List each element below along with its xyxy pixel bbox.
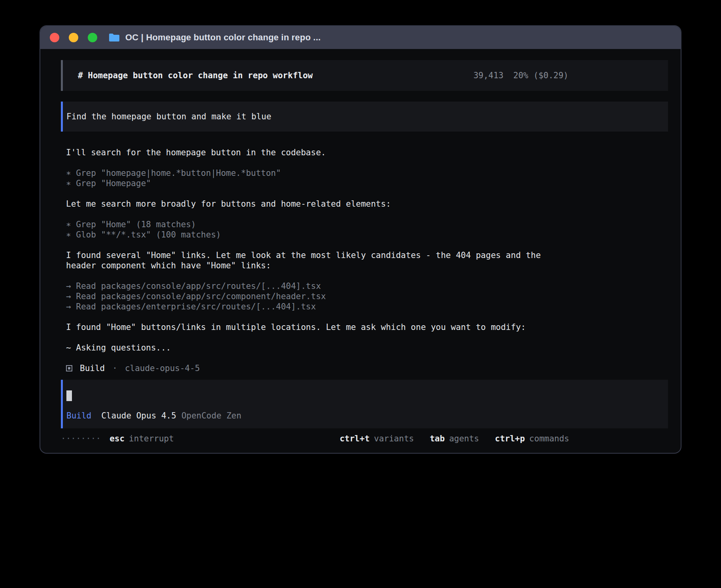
user-message-text: Find the homepage button and make it blu… bbox=[66, 112, 271, 121]
tool-call-read: → Read packages/console/app/src/componen… bbox=[66, 291, 668, 302]
assistant-text: Let me search more broadly for buttons a… bbox=[66, 199, 564, 209]
shortcut-label: agents bbox=[449, 434, 479, 443]
zoom-button[interactable] bbox=[88, 33, 97, 42]
square-in-square-icon bbox=[66, 365, 72, 371]
shortcut-agents: tab agents bbox=[430, 434, 479, 443]
shortcut-hints: ctrl+t variants tab agents ctrl+p comman… bbox=[340, 434, 569, 443]
session-cost: ($0.29) bbox=[533, 71, 568, 80]
shortcut-label: commands bbox=[529, 434, 569, 443]
user-message: Find the homepage button and make it blu… bbox=[61, 102, 668, 132]
terminal-content: # Homepage button color change in repo w… bbox=[40, 49, 681, 444]
shortcut-commands: ctrl+p commands bbox=[495, 434, 569, 443]
assistant-text: I found "Home" buttons/links in multiple… bbox=[66, 322, 564, 332]
tool-call-grep: ∗ Grep "Homepage" bbox=[66, 178, 668, 188]
window-title: OC | Homepage button color change in rep… bbox=[125, 32, 321, 43]
statusbar: ········ esc interrupt ctrl+t variants t… bbox=[61, 433, 668, 444]
shortcut-key: esc bbox=[109, 434, 125, 443]
tool-call-read: → Read packages/enterprise/src/routes/[.… bbox=[66, 302, 668, 312]
assistant-status-text: ~ Asking questions... bbox=[66, 343, 564, 353]
shortcut-label: variants bbox=[374, 434, 414, 443]
terminal-window: OC | Homepage button color change in rep… bbox=[40, 25, 681, 454]
text-cursor bbox=[66, 390, 72, 401]
shortcut-key: tab bbox=[430, 434, 445, 443]
session-header: # Homepage button color change in repo w… bbox=[61, 60, 668, 91]
folder-icon bbox=[108, 33, 120, 42]
model-row: Build Claude Opus 4.5 OpenCode Zen bbox=[66, 411, 668, 420]
shortcut-interrupt: esc interrupt bbox=[109, 434, 174, 443]
assistant-text: I found several "Home" links. Let me loo… bbox=[66, 250, 564, 271]
agent-separator: · bbox=[112, 363, 117, 373]
prompt-input[interactable]: Build Claude Opus 4.5 OpenCode Zen bbox=[61, 380, 668, 428]
titlebar[interactable]: OC | Homepage button color change in rep… bbox=[40, 26, 681, 49]
tool-call-read: → Read packages/console/app/src/routes/[… bbox=[66, 281, 668, 291]
shortcut-key: ctrl+p bbox=[495, 434, 525, 443]
model-name[interactable]: Claude Opus 4.5 bbox=[101, 411, 176, 420]
traffic-lights bbox=[50, 33, 97, 42]
spinner-dots: ········ bbox=[61, 434, 101, 443]
shortcut-key: ctrl+t bbox=[340, 434, 370, 443]
assistant-transcript: I'll search for the homepage button in t… bbox=[61, 147, 668, 373]
tool-call-group: → Read packages/console/app/src/routes/[… bbox=[66, 281, 668, 312]
shortcut-label: interrupt bbox=[129, 434, 174, 443]
agent-name: Build bbox=[80, 363, 105, 373]
context-percent: 20% bbox=[513, 71, 528, 80]
tool-call-grep: ∗ Grep "homepage|home.*button|Home.*butt… bbox=[66, 168, 668, 178]
agent-mode-label[interactable]: Build bbox=[66, 411, 91, 420]
agent-model: claude-opus-4-5 bbox=[125, 363, 200, 373]
tool-call-glob: ∗ Glob "**/*.tsx" (100 matches) bbox=[66, 230, 668, 240]
shortcut-variants: ctrl+t variants bbox=[340, 434, 414, 443]
model-provider: OpenCode Zen bbox=[181, 411, 242, 420]
tool-call-grep: ∗ Grep "Home" (18 matches) bbox=[66, 219, 668, 230]
session-title: # Homepage button color change in repo w… bbox=[78, 71, 313, 80]
session-stats: 39,413 20% ($0.29) bbox=[474, 71, 568, 80]
token-count: 39,413 bbox=[474, 71, 504, 80]
minimize-button[interactable] bbox=[69, 33, 78, 42]
tool-call-group: ∗ Grep "homepage|home.*button|Home.*butt… bbox=[66, 168, 668, 188]
tool-call-group: ∗ Grep "Home" (18 matches) ∗ Glob "**/*.… bbox=[66, 219, 668, 240]
close-button[interactable] bbox=[50, 33, 59, 42]
assistant-text: I'll search for the homepage button in t… bbox=[66, 147, 564, 158]
title-group: OC | Homepage button color change in rep… bbox=[108, 32, 321, 43]
agent-row: Build · claude-opus-4-5 bbox=[66, 363, 668, 373]
